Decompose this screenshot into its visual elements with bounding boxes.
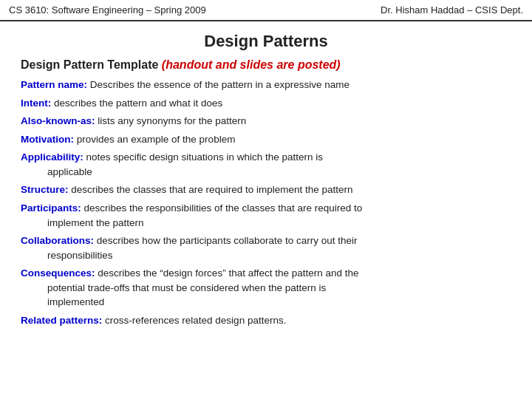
entry-consequences: Consequences: describes the “design forc… [21, 266, 511, 310]
entry-also-known-as: Also-known-as: lists any synonyms for th… [21, 114, 511, 129]
entry-structure: Structure: describes the classes that ar… [21, 183, 511, 197]
label-applicability: Applicability: [21, 151, 83, 163]
label-consequences: Consequences: [21, 267, 95, 279]
body-intent: describes the pattern and what it does [54, 98, 222, 109]
body-related-patterns: cross-references related design patterns… [105, 315, 286, 326]
label-also-known-as: Also-known-as: [21, 115, 95, 126]
page-title: Design Patterns [21, 32, 511, 51]
label-motivation: Motivation: [21, 134, 74, 145]
body-applicability: notes specific design situations in whic… [86, 151, 323, 163]
body-structure: describes the classes that are required … [71, 184, 352, 195]
label-participants: Participants: [21, 202, 81, 214]
template-prefix: Design Pattern Template [21, 58, 162, 71]
body-motivation: provides an example of the problem [77, 134, 236, 145]
entry-participants: Participants: describes the responsibili… [21, 201, 511, 230]
label-intent: Intent: [21, 98, 51, 109]
template-line: Design Pattern Template (handout and sli… [21, 58, 511, 72]
header-right-text: Dr. Hisham Haddad – CSIS Dept. [381, 4, 523, 16]
entry-applicability: Applicability: notes specific design sit… [21, 150, 511, 179]
template-highlight: (handout and slides are posted) [162, 58, 341, 71]
label-related-patterns: Related patterns: [21, 315, 102, 326]
body-consequences: describes the “design forces” that affec… [98, 267, 358, 279]
entry-motivation: Motivation: provides an example of the p… [21, 132, 511, 147]
body-collaborations: describes how the participants collabora… [97, 235, 358, 246]
body-pattern-name: Describes the essence of the pattern in … [90, 79, 349, 90]
label-structure: Structure: [21, 184, 69, 195]
body-participants: describes the responsibilities of the cl… [84, 202, 363, 214]
applicability-cont: applicable [47, 165, 511, 180]
consequences-cont1: potential trade-offs that must be consid… [47, 281, 511, 296]
header-left-text: CS 3610: Software Engineering – Spring 2… [9, 4, 206, 16]
consequences-cont2: implemented [47, 295, 511, 310]
collaborations-cont: responsibilities [47, 248, 511, 263]
body-also-known-as: lists any synonyms for the pattern [98, 115, 246, 126]
label-pattern-name: Pattern name: [21, 79, 87, 90]
entry-related-patterns: Related patterns: cross-references relat… [21, 313, 511, 328]
header: CS 3610: Software Engineering – Spring 2… [0, 0, 532, 21]
main-content: Design Patterns Design Pattern Template … [0, 21, 532, 338]
entry-pattern-name: Pattern name: Describes the essence of t… [21, 78, 511, 92]
label-collaborations: Collaborations: [21, 235, 94, 246]
entry-collaborations: Collaborations: describes how the partic… [21, 233, 511, 262]
participants-cont: implement the pattern [47, 216, 511, 231]
entry-intent: Intent: describes the pattern and what i… [21, 96, 511, 111]
